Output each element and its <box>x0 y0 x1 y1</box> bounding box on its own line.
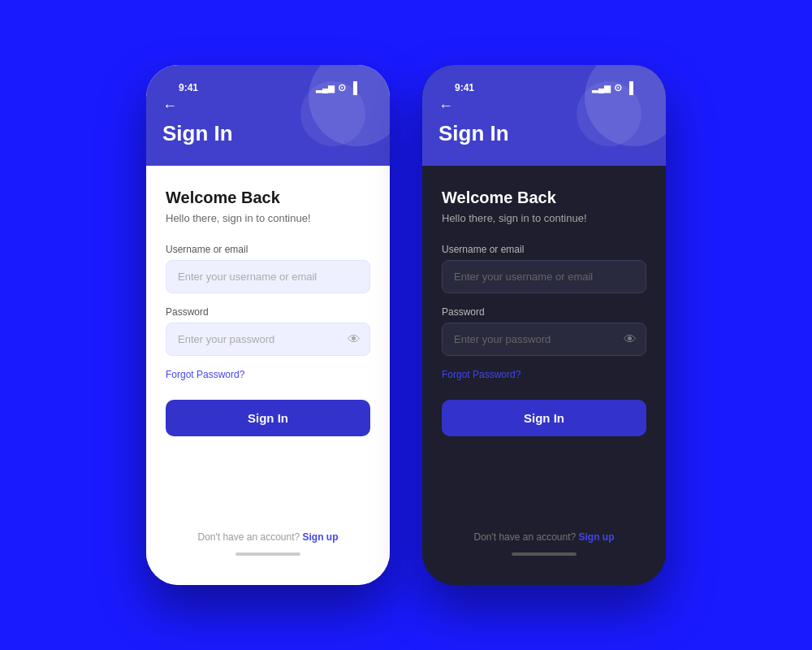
header-title-light: Sign In <box>162 121 374 146</box>
status-bar-dark: 9:41 <box>438 72 650 98</box>
content-light: Welcome Back Hello there, sign in to con… <box>146 166 390 585</box>
header-area-light: 9:41 ← Sign In <box>146 65 390 166</box>
username-label-light: Username or email <box>166 244 370 255</box>
welcome-subtitle-dark: Hello there, sign in to continue! <box>442 212 646 224</box>
home-indicator-dark <box>512 552 577 556</box>
bottom-prefix-light: Don't have an account? <box>197 531 300 543</box>
welcome-title-light: Welcome Back <box>166 188 370 207</box>
time-light: 9:41 <box>179 82 198 93</box>
eye-icon-dark[interactable]: 👁 <box>624 332 637 347</box>
forgot-password-light[interactable]: Forgot Password? <box>166 369 370 380</box>
content-dark: Welcome Back Hello there, sign in to con… <box>422 166 666 585</box>
header-area-dark: 9:41 ← Sign In <box>422 65 666 166</box>
bottom-text-dark: Don't have an account? Sign up <box>442 515 646 543</box>
welcome-subtitle-light: Hello there, sign in to continue! <box>166 212 370 224</box>
status-bar-light: 9:41 <box>162 72 374 98</box>
back-arrow-light[interactable]: ← <box>162 98 374 115</box>
status-icons-dark <box>592 81 633 94</box>
username-wrapper-light <box>166 260 370 293</box>
sign-in-button-light[interactable]: Sign In <box>166 400 370 436</box>
password-input-dark[interactable] <box>442 323 646 356</box>
home-indicator-light <box>235 552 300 556</box>
signal-icon-light <box>316 83 335 93</box>
username-input-light[interactable] <box>166 260 370 293</box>
wifi-icon-dark <box>614 82 622 93</box>
welcome-title-dark: Welcome Back <box>442 188 646 207</box>
sign-in-button-dark[interactable]: Sign In <box>442 400 646 436</box>
battery-icon-light <box>349 81 357 94</box>
forgot-password-dark[interactable]: Forgot Password? <box>442 369 646 380</box>
bottom-prefix-dark: Don't have an account? <box>473 531 576 543</box>
username-wrapper-dark <box>442 260 646 293</box>
signup-link-light[interactable]: Sign up <box>303 531 339 543</box>
signup-link-dark[interactable]: Sign up <box>579 531 615 543</box>
wifi-icon-light <box>338 82 346 93</box>
username-label-dark: Username or email <box>442 244 646 255</box>
password-input-light[interactable] <box>166 323 370 356</box>
phone-light: 9:41 ← Sign In Welcome Back Hello there,… <box>146 65 390 585</box>
status-icons-light <box>316 81 357 94</box>
bottom-text-light: Don't have an account? Sign up <box>166 515 370 543</box>
battery-icon-dark <box>625 81 633 94</box>
username-input-dark[interactable] <box>442 260 646 293</box>
header-title-dark: Sign In <box>438 121 650 146</box>
password-wrapper-light: 👁 <box>166 323 370 356</box>
phone-dark: 9:41 ← Sign In Welcome Back Hello there,… <box>422 65 666 585</box>
password-wrapper-dark: 👁 <box>442 323 646 356</box>
phones-container: 9:41 ← Sign In Welcome Back Hello there,… <box>146 65 666 585</box>
eye-icon-light[interactable]: 👁 <box>348 332 361 347</box>
time-dark: 9:41 <box>455 82 474 93</box>
password-label-dark: Password <box>442 306 646 318</box>
signal-icon-dark <box>592 83 611 93</box>
back-arrow-dark[interactable]: ← <box>438 98 650 115</box>
password-label-light: Password <box>166 306 370 318</box>
